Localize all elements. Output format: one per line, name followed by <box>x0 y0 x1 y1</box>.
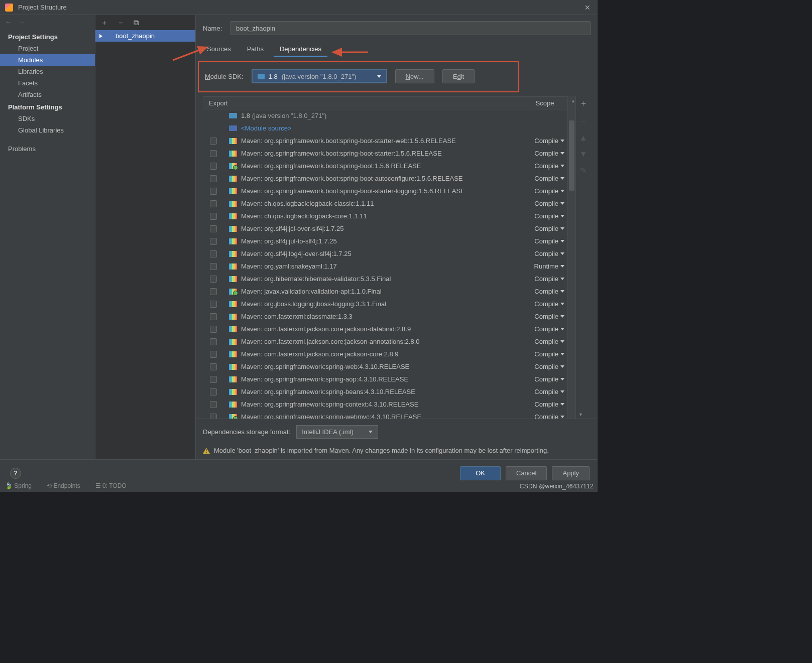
export-checkbox[interactable] <box>210 276 217 283</box>
dependencies-scrollbar[interactable]: ▲ ▼ <box>567 96 575 419</box>
dependency-row[interactable]: Maven: com.fasterxml:classmate:1.3.3Comp… <box>203 310 567 323</box>
status-spring[interactable]: 🍃 Spring <box>5 482 32 489</box>
dependency-row[interactable]: Maven: com.fasterxml.jackson.core:jackso… <box>203 348 567 360</box>
export-checkbox[interactable] <box>210 313 217 320</box>
export-checkbox[interactable] <box>210 150 217 157</box>
status-todo[interactable]: ☰ 0: TODO <box>95 482 127 489</box>
scroll-up-icon[interactable]: ▲ <box>568 97 575 105</box>
name-input[interactable]: boot_zhaopin <box>230 21 591 35</box>
export-checkbox[interactable] <box>210 414 217 419</box>
remove-icon[interactable]: － <box>117 18 125 28</box>
dependency-row[interactable]: 1.8 (java version "1.8.0_271") <box>203 109 567 122</box>
export-checkbox[interactable] <box>210 250 217 257</box>
dependency-row[interactable]: Maven: org.springframework.boot:spring-b… <box>203 185 567 197</box>
back-icon[interactable]: ← <box>5 18 12 26</box>
cancel-button[interactable]: Cancel <box>506 466 547 480</box>
export-checkbox[interactable] <box>210 376 217 383</box>
scope-select[interactable]: Compile <box>526 212 567 220</box>
close-icon[interactable]: ✕ <box>583 4 593 12</box>
export-checkbox[interactable] <box>210 388 217 395</box>
scope-select[interactable]: Compile <box>526 388 567 395</box>
module-row[interactable]: boot_zhaopin <box>95 30 195 42</box>
export-checkbox[interactable] <box>210 163 217 170</box>
export-checkbox[interactable] <box>210 175 217 182</box>
scope-select[interactable]: Compile <box>526 250 567 257</box>
dependency-row[interactable]: Maven: javax.validation:validation-api:1… <box>203 285 567 298</box>
tab-paths[interactable]: Paths <box>246 42 265 57</box>
status-endpoints[interactable]: ⟲ Endpoints <box>47 482 80 489</box>
scope-select[interactable]: Compile <box>526 375 567 383</box>
dependency-row[interactable]: Maven: org.springframework:spring-aop:4.… <box>203 373 567 385</box>
export-checkbox[interactable] <box>210 263 217 270</box>
sidebar-item-problems[interactable]: Problems <box>0 143 95 155</box>
dependency-row[interactable]: Maven: org.springframework:spring-web:4.… <box>203 360 567 373</box>
dependency-row[interactable]: <Module source> <box>203 122 567 135</box>
scroll-down-icon[interactable]: ▼ <box>575 411 583 419</box>
export-checkbox[interactable] <box>210 188 217 195</box>
export-checkbox[interactable] <box>210 200 217 207</box>
scope-select[interactable]: Compile <box>526 288 567 295</box>
scope-select[interactable]: Compile <box>526 225 567 232</box>
scope-select[interactable]: Compile <box>526 350 567 358</box>
scope-select[interactable]: Compile <box>526 237 567 245</box>
export-checkbox[interactable] <box>210 351 217 358</box>
tab-sources[interactable]: Sources <box>206 42 232 57</box>
help-icon[interactable]: ? <box>10 468 21 479</box>
dependency-row[interactable]: Maven: org.springframework:spring-beans:… <box>203 385 567 398</box>
sidebar-item-facets[interactable]: Facets <box>0 77 95 89</box>
ok-button[interactable]: OK <box>460 466 501 480</box>
dependency-row[interactable]: Maven: org.springframework.boot:spring-b… <box>203 135 567 147</box>
scope-select[interactable]: Compile <box>526 313 567 320</box>
forward-icon[interactable]: → <box>19 18 25 26</box>
scope-select[interactable]: Compile <box>526 413 567 419</box>
dependency-row[interactable]: Maven: org.springframework.boot:spring-b… <box>203 147 567 160</box>
scope-select[interactable]: Compile <box>526 401 567 408</box>
sidebar-item-sdks[interactable]: SDKs <box>0 113 95 124</box>
add-icon[interactable]: ＋ <box>100 18 108 28</box>
scroll-thumb[interactable] <box>569 120 574 191</box>
export-checkbox[interactable] <box>210 326 217 333</box>
export-checkbox[interactable] <box>210 301 217 308</box>
export-checkbox[interactable] <box>210 138 217 145</box>
dependency-row[interactable]: Maven: com.fasterxml.jackson.core:jackso… <box>203 323 567 335</box>
scope-select[interactable]: Compile <box>526 325 567 333</box>
tab-dependencies[interactable]: Dependencies <box>279 42 322 57</box>
module-sdk-select[interactable]: 1.8 (java version "1.8.0_271") <box>252 69 387 83</box>
sdk-edit-button[interactable]: Edit <box>442 69 475 83</box>
export-checkbox[interactable] <box>210 225 217 232</box>
expand-triangle-icon[interactable] <box>99 34 102 38</box>
dependency-row[interactable]: Maven: org.hibernate:hibernate-validator… <box>203 273 567 285</box>
dependency-row[interactable]: Maven: org.springframework.boot:spring-b… <box>203 172 567 185</box>
storage-format-select[interactable]: IntelliJ IDEA (.iml) <box>296 425 378 439</box>
scope-select[interactable]: Compile <box>526 175 567 182</box>
export-checkbox[interactable] <box>210 238 217 245</box>
export-checkbox[interactable] <box>210 363 217 370</box>
scope-select[interactable]: Compile <box>526 187 567 195</box>
remove-dependency-icon[interactable]: － <box>579 116 588 126</box>
dependency-row[interactable]: Maven: org.springframework.boot:spring-b… <box>203 160 567 172</box>
copy-icon[interactable]: ⧉ <box>134 18 139 27</box>
export-checkbox[interactable] <box>210 401 217 408</box>
sidebar-item-libraries[interactable]: Libraries <box>0 66 95 77</box>
export-checkbox[interactable] <box>210 338 217 345</box>
sdk-new-button[interactable]: New... <box>395 69 434 83</box>
scope-select[interactable]: Runtime <box>526 262 567 270</box>
dependency-row[interactable]: Maven: org.yaml:snakeyaml:1.17Runtime <box>203 260 567 273</box>
export-checkbox[interactable] <box>210 213 217 220</box>
apply-button[interactable]: Apply <box>552 466 590 480</box>
scope-select[interactable]: Compile <box>526 150 567 157</box>
scope-select[interactable]: Compile <box>526 275 567 283</box>
dependency-row[interactable]: Maven: org.jboss.logging:jboss-logging:3… <box>203 298 567 310</box>
scope-select[interactable]: Compile <box>526 338 567 345</box>
move-up-icon[interactable]: ▲ <box>579 134 588 143</box>
move-down-icon[interactable]: ▼ <box>579 150 588 159</box>
dependency-row[interactable]: Maven: com.fasterxml.jackson.core:jackso… <box>203 335 567 348</box>
dependency-row[interactable]: Maven: ch.qos.logback:logback-classic:1.… <box>203 197 567 210</box>
add-dependency-icon[interactable]: ＋ <box>579 98 588 109</box>
dependency-row[interactable]: Maven: org.springframework:spring-contex… <box>203 398 567 411</box>
sidebar-item-artifacts[interactable]: Artifacts <box>0 89 95 100</box>
scope-select[interactable]: Compile <box>526 162 567 170</box>
scope-select[interactable]: Compile <box>526 363 567 370</box>
scope-select[interactable]: Compile <box>526 200 567 207</box>
dependency-row[interactable]: Maven: ch.qos.logback:logback-core:1.1.1… <box>203 210 567 222</box>
